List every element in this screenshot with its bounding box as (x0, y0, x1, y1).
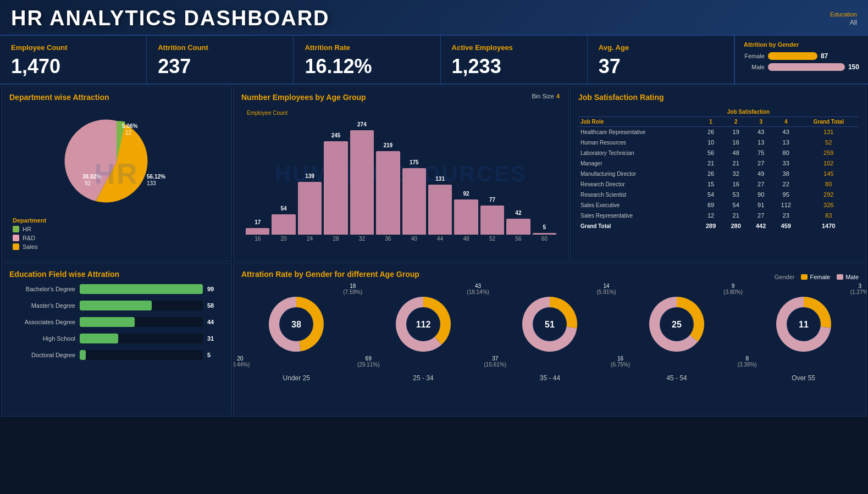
edu-bar-row: Master's Degree58 (9, 301, 224, 310)
kpi-employee-count-value: 1,470 (11, 55, 135, 78)
male-legend-dot (837, 274, 843, 280)
svg-text:51: 51 (545, 320, 555, 329)
kpi-attrition-count-value: 237 (158, 55, 282, 78)
legend-hr: HR (13, 226, 46, 232)
education-field-panel: Education Field wise Attration Bachelor'… (1, 263, 232, 417)
pie-chart: 56.12% 133 38.82% 92 5.06% 12 (62, 107, 172, 217)
age-group-panel: HUMAN RESOURCES Number Employees by Age … (233, 86, 569, 262)
kpi-avg-age-value: 37 (599, 55, 723, 78)
education-filter[interactable]: Education All (830, 11, 857, 26)
sales-dot (13, 243, 19, 250)
gender-legend-label: Gender (775, 274, 795, 280)
kpi-attrition-rate-label: Attrition Rate (305, 43, 429, 52)
edu-bar-row: High School31 (9, 334, 224, 343)
donut-age-group-label: 45 - 54 (666, 374, 687, 382)
female-bar-row: Female 87 (744, 52, 859, 60)
svg-text:38.82%: 38.82% (82, 174, 101, 180)
svg-text:56.12%: 56.12% (147, 174, 165, 180)
male-bar-row: Male 150 (744, 63, 859, 71)
male-bar (768, 63, 845, 71)
attr-panel-header: Attration Rate by Gender for different A… (241, 270, 859, 284)
legend-rd: R&D (13, 235, 46, 241)
job-satisfaction-group-header: Job Satisfaction (698, 107, 798, 117)
donut-age-group-label: Under 25 (283, 374, 310, 382)
donut-wrapper: 113(1.27%)8(3.38%) (768, 288, 839, 362)
kpi-avg-age: Avg. Age 37 (588, 36, 734, 84)
female-legend-item: Female (801, 274, 830, 280)
dashboard-title: HR ANALYTICS DASHBOARD (11, 7, 330, 30)
sales-label: Sales (23, 243, 38, 250)
attr-gender-age-title: Attration Rate by Gender for different A… (241, 270, 419, 279)
job-sat-title: Job Satisfaction Rating (578, 93, 859, 102)
attrition-by-gender-title: Attrition by Gender (744, 41, 859, 48)
col-2: 2 (723, 117, 749, 127)
donut-item: 3818(7.59%)20(8.44%)Under 25 (261, 288, 332, 382)
male-legend-item: Male (837, 274, 859, 280)
donut-item: 5114(5.91%)37(15.61%)35 - 44 (514, 288, 585, 382)
edu-bar-row: Doctoral Degree5 (9, 350, 224, 360)
donut-age-group-label: 35 - 44 (540, 374, 560, 382)
bin-size-badge: Bin Size 4 (532, 93, 560, 99)
svg-text:133: 133 (147, 180, 156, 186)
kpi-active-employees-value: 1,233 (452, 55, 576, 78)
col-4: 4 (773, 117, 799, 127)
legend-sales: Sales (13, 243, 46, 250)
hr-dot (13, 226, 19, 232)
col-job-role: Job Role (578, 117, 698, 127)
hr-label: HR (23, 226, 31, 232)
donut-item: 113(1.27%)8(3.38%)Over 55 (768, 288, 839, 382)
kpi-attrition-count-label: Attrition Count (158, 43, 282, 52)
female-bar (768, 52, 817, 60)
kpi-avg-age-label: Avg. Age (599, 43, 723, 52)
dept-panel-title: Department wise Attraction (9, 93, 224, 102)
job-role-header (578, 107, 698, 117)
kpi-row: Employee Count 1,470 Attrition Count 237… (0, 36, 868, 85)
male-legend-label: Male (845, 274, 859, 280)
filter-label: Education (830, 11, 857, 18)
age-panel-title: Number Employees by Age Group (241, 93, 366, 102)
kpi-active-employees-label: Active Employees (452, 43, 576, 52)
header: HR ANALYTICS DASHBOARD Education All (0, 0, 868, 36)
filter-value: All (850, 19, 857, 26)
grand-total-header (798, 107, 859, 117)
pie-legend: Department HR R&D Sales (13, 217, 46, 250)
donut-item: 11243(18.14%)69(29.11%)25 - 34 (388, 288, 459, 382)
svg-text:11: 11 (799, 320, 809, 329)
donut-item: 259(3.80%)16(6.75%)45 - 54 (641, 288, 712, 382)
donut-wrapper: 11243(18.14%)69(29.11%) (388, 288, 459, 362)
donut-wrapper: 3818(7.59%)20(8.44%) (261, 288, 332, 362)
svg-text:5.06%: 5.06% (122, 123, 137, 129)
donut-wrapper: 5114(5.91%)37(15.61%) (514, 288, 585, 362)
donut-age-group-label: Over 55 (792, 374, 815, 382)
svg-text:25: 25 (672, 320, 682, 329)
svg-text:112: 112 (416, 320, 431, 329)
svg-text:92: 92 (85, 180, 91, 186)
main-content: HR Department wise Attraction 56.12% 133… (0, 85, 868, 418)
kpi-active-employees: Active Employees 1,233 (441, 36, 588, 84)
attrition-by-gender-card: Attrition by Gender Female 87 Male 150 (734, 36, 868, 84)
y-axis-label: Employee Count (247, 110, 288, 116)
male-count: 150 (848, 63, 859, 71)
edu-bar-row: Bachelor's Degree99 (9, 284, 224, 294)
female-legend-dot (801, 274, 808, 280)
kpi-attrition-count: Attrition Count 237 (147, 36, 294, 84)
edu-panel-title: Education Field wise Attration (9, 270, 224, 279)
female-label: Female (744, 53, 765, 59)
male-label: Male (744, 64, 765, 70)
col-3: 3 (748, 117, 773, 127)
bin-size-value: 4 (556, 93, 560, 99)
job-satisfaction-table: Job Satisfaction Job Role 1 2 3 4 Grand … (578, 107, 859, 231)
rd-label: R&D (23, 235, 35, 241)
gender-legend: Gender Female Male (775, 274, 859, 280)
kpi-employee-count: Employee Count 1,470 (0, 36, 147, 84)
bin-size-label: Bin Size (532, 93, 554, 99)
kpi-attrition-rate: Attrition Rate 16.12% (294, 36, 440, 84)
attrition-gender-age-panel: Attration Rate by Gender for different A… (233, 263, 867, 417)
department-attraction-panel: HR Department wise Attraction 56.12% 133… (1, 86, 232, 262)
job-satisfaction-panel: Job Satisfaction Rating Job Satisfaction… (570, 86, 867, 262)
education-horiz-chart: Bachelor's Degree99Master's Degree58Asso… (9, 284, 224, 360)
svg-text:38: 38 (291, 320, 301, 329)
female-count: 87 (821, 52, 828, 60)
edu-bar-row: Associates Degree44 (9, 317, 224, 327)
rd-dot (13, 235, 19, 241)
